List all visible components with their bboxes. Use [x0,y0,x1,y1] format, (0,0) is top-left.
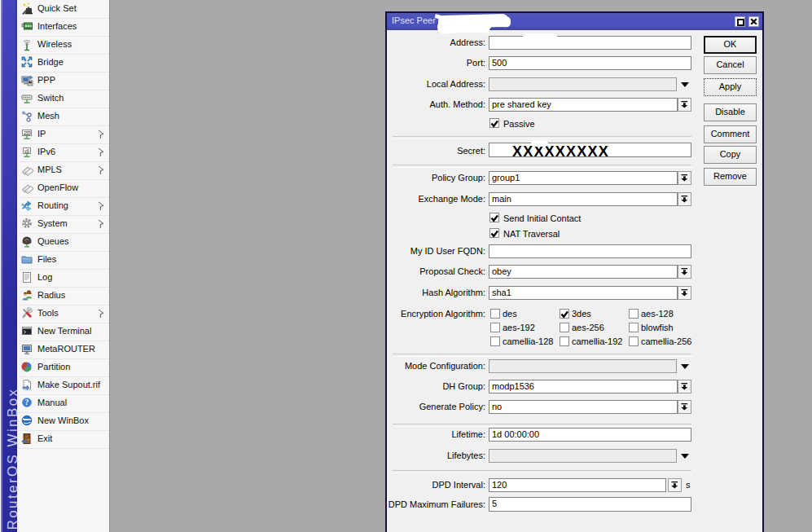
svg-text:255: 255 [24,130,31,135]
svg-text:v6: v6 [24,148,29,153]
svg-text:?: ? [25,398,29,407]
